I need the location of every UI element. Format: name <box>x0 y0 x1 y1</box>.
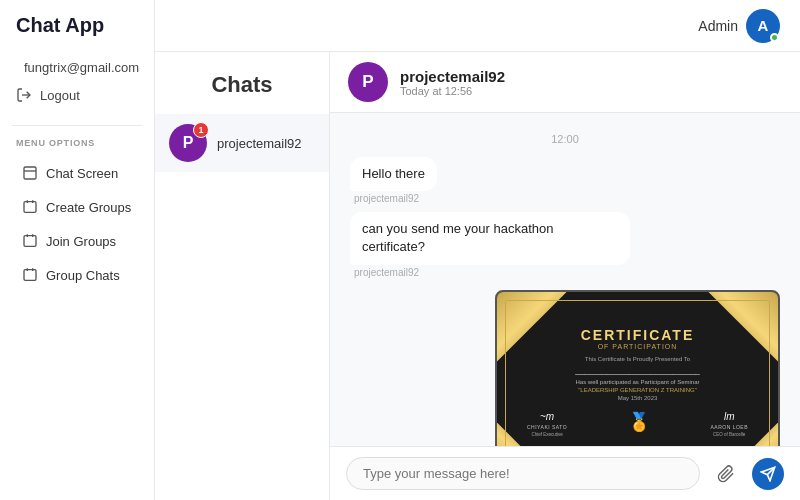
message-bubble-2: can you send me your hackathon certifica… <box>350 212 630 264</box>
chat-header-status: Today at 12:56 <box>400 85 505 97</box>
svg-rect-4 <box>24 202 36 213</box>
nav-label-join-groups: Join Groups <box>46 234 116 249</box>
certificate-container: CERTIFICATE OF PARTICIPATION This Certif… <box>495 290 780 446</box>
message-input-bar <box>330 446 800 500</box>
message-container-1: Hello there projectemail92 <box>350 157 780 204</box>
cert-sig-2: lm AARON LOEB CEO of Barcelle <box>710 411 748 437</box>
app-logo: Chat App <box>0 14 154 53</box>
sidebar-item-group-chats[interactable]: Group Chats <box>6 259 148 291</box>
topbar-username: Admin <box>698 18 738 34</box>
topbar-avatar-initial: A <box>758 17 769 34</box>
svg-rect-10 <box>24 270 36 281</box>
svg-rect-2 <box>24 167 36 179</box>
cert-sig-medal: 🏅 <box>628 411 650 437</box>
cert-medal-icon: 🏅 <box>628 411 650 433</box>
chat-contact-name: projectemail92 <box>217 136 302 151</box>
cert-presented: This Certificate Is Proudly Presented To <box>585 356 690 362</box>
message-bubble-1: Hello there <box>350 157 437 191</box>
cert-sig-line-1: ~m <box>540 411 554 422</box>
chat-avatar: P 1 <box>169 124 207 162</box>
messages-area: 12:00 Hello there projectemail92 can you… <box>330 113 800 446</box>
nav-label-group-chats: Group Chats <box>46 268 120 283</box>
topbar-user[interactable]: Admin A <box>698 9 780 43</box>
sidebar-user-section: fungtrix@gmail.com Logout <box>0 53 154 117</box>
logout-label: Logout <box>40 88 80 103</box>
logout-icon <box>16 87 32 103</box>
attachment-button[interactable] <box>710 458 742 490</box>
cert-body-text: Has well participated as Participant of … <box>575 379 699 385</box>
create-groups-icon <box>22 199 38 215</box>
sidebar-logout[interactable]: Logout <box>12 81 142 109</box>
chat-screen-icon <box>22 165 38 181</box>
chat-header-name: projectemail92 <box>400 68 505 85</box>
sidebar-menu-label: MENU OPTIONS <box>0 134 154 156</box>
chats-panel: Chats P 1 projectemail92 <box>155 52 330 500</box>
svg-rect-7 <box>24 236 36 247</box>
cert-sig-line-2: lm <box>724 411 735 422</box>
time-divider: 12:00 <box>350 133 780 145</box>
bottom-section: Chats P 1 projectemail92 P projectemail9… <box>155 52 800 500</box>
message-input[interactable] <box>346 457 700 490</box>
attachment-icon <box>717 465 735 483</box>
cert-signatures: ~m CHIYAKI SATO Chief Executive 🏅 lm AAR… <box>507 411 768 437</box>
nav-label-create-groups: Create Groups <box>46 200 131 215</box>
cert-date: May 15th 2023 <box>618 395 658 401</box>
cert-subtitle: OF PARTICIPATION <box>598 343 678 350</box>
cert-sig-1: ~m CHIYAKI SATO Chief Executive <box>527 411 567 437</box>
user-email-text: fungtrix@gmail.com <box>24 60 139 75</box>
chat-header-avatar: P <box>348 62 388 102</box>
topbar-online-dot <box>770 33 779 42</box>
send-icon <box>760 466 776 482</box>
cert-sig-name-2: AARON LOEB <box>710 424 748 430</box>
cert-title: CERTIFICATE <box>581 327 695 343</box>
sidebar: Chat App fungtrix@gmail.com Logout MENU … <box>0 0 155 500</box>
message-sender-2: projectemail92 <box>350 267 423 278</box>
main-content: Admin A Chats P 1 projectemail92 <box>155 0 800 500</box>
sidebar-item-create-groups[interactable]: Create Groups <box>6 191 148 223</box>
cert-sig-title-2: CEO of Barcelle <box>713 432 745 437</box>
sidebar-item-join-groups[interactable]: Join Groups <box>6 225 148 257</box>
chat-window: P projectemail92 Today at 12:56 12:00 He… <box>330 52 800 500</box>
topbar-avatar: A <box>746 9 780 43</box>
chats-panel-title: Chats <box>155 64 329 114</box>
cert-sig-title-1: Chief Executive <box>531 432 562 437</box>
chat-header: P projectemail92 Today at 12:56 <box>330 52 800 113</box>
sidebar-divider <box>12 125 142 126</box>
group-chats-icon <box>22 267 38 283</box>
nav-label-chat-screen: Chat Screen <box>46 166 118 181</box>
message-sender-1: projectemail92 <box>350 193 423 204</box>
certificate-image: CERTIFICATE OF PARTICIPATION This Certif… <box>495 290 780 446</box>
cert-training-title: "LEADERSHIP GENERATION Z TRAINING" <box>578 387 697 393</box>
topbar: Admin A <box>155 0 800 52</box>
chat-unread-badge: 1 <box>193 122 209 138</box>
sidebar-item-chat-screen[interactable]: Chat Screen <box>6 157 148 189</box>
chat-list-item[interactable]: P 1 projectemail92 <box>155 114 329 172</box>
message-container-2: can you send me your hackathon certifica… <box>350 212 780 277</box>
chat-avatar-initial: P <box>183 134 194 152</box>
cert-sig-name-1: CHIYAKI SATO <box>527 424 567 430</box>
cert-name-line: ____________________________ <box>575 366 700 375</box>
send-button[interactable] <box>752 458 784 490</box>
sidebar-user-email[interactable]: fungtrix@gmail.com <box>12 53 142 81</box>
chat-header-info: projectemail92 Today at 12:56 <box>400 68 505 97</box>
chat-header-initial: P <box>362 72 373 92</box>
join-groups-icon <box>22 233 38 249</box>
